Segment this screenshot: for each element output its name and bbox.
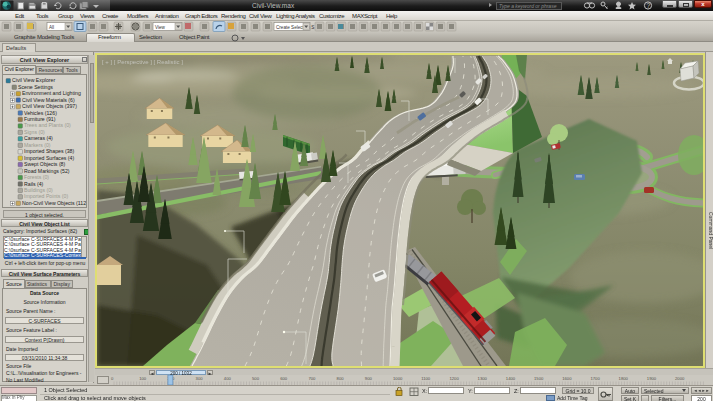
svg-text:400: 400	[224, 376, 232, 381]
svg-text:View: View	[155, 25, 166, 30]
svg-text:?: ?	[647, 2, 651, 9]
svg-text:Civil View Explorer: Civil View Explorer	[12, 77, 55, 83]
svg-text:Markers (0): Markers (0)	[24, 142, 51, 148]
svg-text:Vehicles (126): Vehicles (126)	[24, 110, 57, 116]
svg-text:500: 500	[252, 376, 260, 381]
svg-text:100: 100	[139, 376, 147, 381]
svg-text:300: 300	[196, 376, 204, 381]
svg-text:Imported Shapes (38): Imported Shapes (38)	[24, 148, 74, 154]
svg-text:1500: 1500	[534, 376, 544, 381]
svg-text:Imported Surfaces (4): Imported Surfaces (4)	[24, 155, 74, 161]
svg-text:1700: 1700	[590, 376, 600, 381]
svg-text:900: 900	[365, 376, 373, 381]
svg-text:1900: 1900	[647, 376, 657, 381]
svg-text:700: 700	[308, 376, 316, 381]
svg-text:Buildings (0): Buildings (0)	[24, 187, 53, 193]
svg-text:Imported Points (0): Imported Points (0)	[24, 193, 68, 199]
svg-text:Furniture (91): Furniture (91)	[24, 116, 56, 122]
svg-text:Signs (0): Signs (0)	[24, 129, 45, 135]
svg-text:1400: 1400	[506, 376, 516, 381]
svg-text:Road Markings (52): Road Markings (52)	[24, 168, 70, 174]
svg-text:1200: 1200	[449, 376, 459, 381]
svg-text:Forests (0): Forests (0)	[24, 174, 49, 180]
svg-text:1000: 1000	[393, 376, 403, 381]
svg-text:1100: 1100	[421, 376, 431, 381]
svg-text:1600: 1600	[562, 376, 572, 381]
svg-text:1300: 1300	[478, 376, 488, 381]
svg-text:Swept Objects (8): Swept Objects (8)	[24, 161, 65, 167]
svg-text:1800: 1800	[619, 376, 629, 381]
svg-text:Trees and Plants (0): Trees and Plants (0)	[24, 122, 71, 128]
svg-text:600: 600	[280, 376, 288, 381]
svg-text:Civil View Objects (397): Civil View Objects (397)	[22, 103, 77, 109]
svg-text:Non-Civil View Objects (112): Non-Civil View Objects (112)	[22, 200, 87, 206]
svg-text:2000: 2000	[675, 376, 685, 381]
svg-text:Civil View Materials (6): Civil View Materials (6)	[22, 97, 75, 103]
svg-text:[ + ] [ Perspective ] [ Realis: [ + ] [ Perspective ] [ Realistic ]	[102, 59, 183, 65]
svg-text:Rails (4): Rails (4)	[24, 181, 44, 187]
svg-text:Scene Settings: Scene Settings	[18, 84, 53, 90]
svg-text:Cameras (4): Cameras (4)	[24, 135, 53, 141]
svg-text:All: All	[49, 25, 54, 30]
svg-text:800: 800	[337, 376, 345, 381]
svg-text:Environment and Lighting: Environment and Lighting	[22, 90, 81, 96]
